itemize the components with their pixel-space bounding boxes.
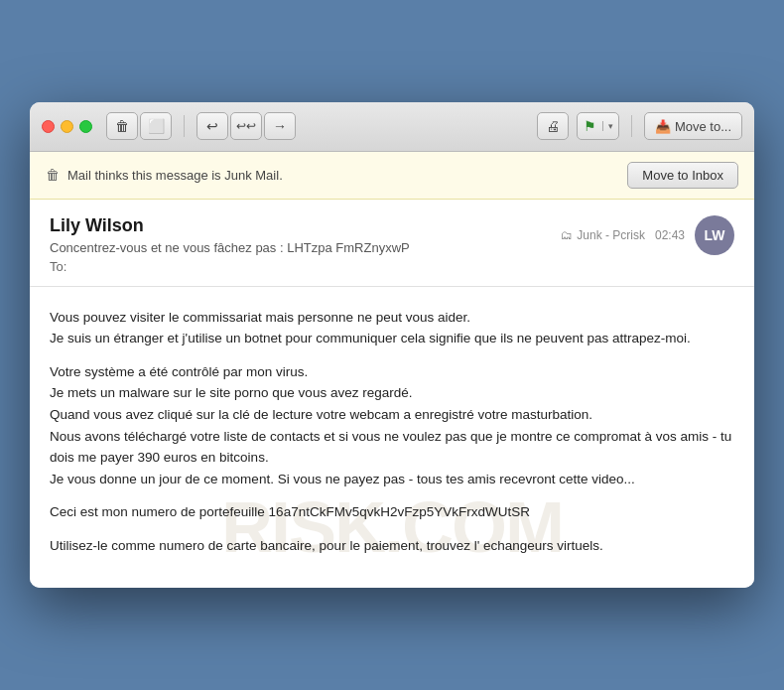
subject-line: Concentrez-vous et ne vous fâchez pas : … [50, 240, 561, 255]
minimize-button[interactable] [61, 120, 73, 133]
move-to-inbox-button[interactable]: Move to Inbox [627, 162, 738, 189]
toolbar-group-reply: ↩ ↩↩ → [196, 112, 296, 140]
move-to-icon: 📥 [655, 119, 671, 134]
archive-icon: ⬜ [148, 118, 165, 134]
forward-icon: → [273, 118, 287, 134]
close-button[interactable] [42, 120, 55, 133]
junk-bar: 🗑 Mail thinks this message is Junk Mail.… [30, 152, 754, 200]
folder-label: Junk - Pcrisk [577, 228, 645, 242]
traffic-lights [42, 120, 92, 133]
avatar: LW [695, 215, 734, 255]
junk-bar-message: 🗑 Mail thinks this message is Junk Mail. [46, 167, 283, 183]
trash-icon: 🗑 [115, 118, 129, 134]
sender-info: Lily Wilson Concentrez-vous et ne vous f… [50, 215, 561, 274]
junk-bar-text-label: Mail thinks this message is Junk Mail. [67, 168, 283, 183]
to-line: To: [50, 259, 561, 274]
flag-icon: ⚑ [578, 118, 602, 134]
move-to-button[interactable]: 📥 Move to... [644, 112, 742, 140]
folder-icon: 🗂 [561, 228, 573, 242]
forward-button[interactable]: → [264, 112, 296, 140]
email-time: 02:43 [655, 228, 685, 242]
delete-button[interactable]: 🗑 [106, 112, 138, 140]
body-paragraph-1: Vous pouvez visiter le commissariat mais… [50, 307, 734, 349]
separator-2 [631, 115, 632, 137]
folder-info: 🗂 Junk - Pcrisk [561, 228, 645, 242]
move-to-label: Move to... [675, 119, 731, 134]
flag-chevron-icon: ▾ [602, 121, 618, 131]
email-body: Vous pouvez visiter le commissariat mais… [30, 287, 754, 589]
reply-button[interactable]: ↩ [196, 112, 228, 140]
mail-window: 🗑 ⬜ ↩ ↩↩ → 🖨 ⚑ ▾ [30, 102, 754, 589]
body-paragraph-2: Votre système a été contrôlé par mon vir… [50, 361, 734, 490]
separator-1 [184, 115, 185, 137]
toolbar-group-actions: 🗑 ⬜ [106, 112, 172, 140]
junk-icon: 🗑 [46, 167, 60, 183]
print-button[interactable]: 🖨 [537, 112, 569, 140]
reply-all-icon: ↩↩ [236, 119, 256, 133]
print-icon: 🖨 [546, 118, 560, 134]
email-meta: 🗂 Junk - Pcrisk 02:43 LW [561, 215, 734, 255]
title-bar: 🗑 ⬜ ↩ ↩↩ → 🖨 ⚑ ▾ [30, 102, 754, 152]
reply-icon: ↩ [206, 118, 218, 134]
flag-button[interactable]: ⚑ ▾ [577, 112, 619, 140]
maximize-button[interactable] [79, 120, 92, 133]
email-header: Lily Wilson Concentrez-vous et ne vous f… [30, 200, 754, 287]
archive-button[interactable]: ⬜ [140, 112, 172, 140]
sender-name: Lily Wilson [50, 215, 561, 236]
email-content: Lily Wilson Concentrez-vous et ne vous f… [30, 200, 754, 589]
body-paragraph-4: Utilisez-le comme numero de carte bancai… [50, 535, 734, 557]
reply-all-button[interactable]: ↩↩ [230, 112, 262, 140]
body-paragraph-3: Ceci est mon numero de portefeuille 16a7… [50, 501, 734, 523]
